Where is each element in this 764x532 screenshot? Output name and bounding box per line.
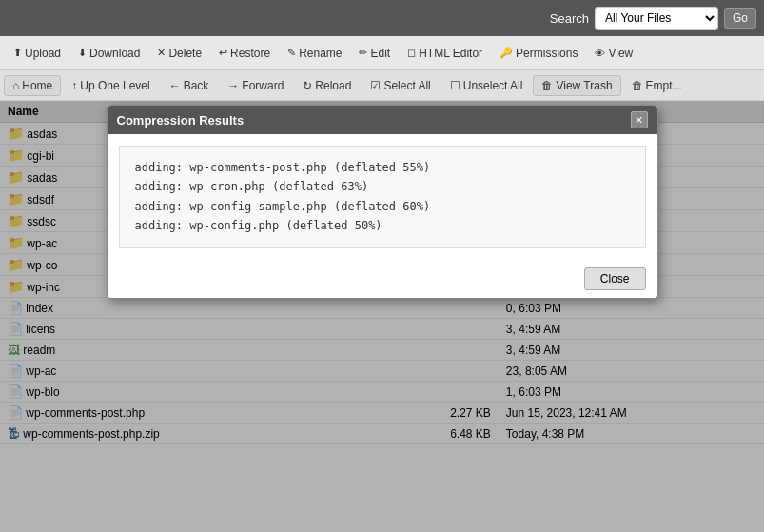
upload-icon: ⬆ <box>13 47 22 59</box>
permissions-button[interactable]: 🔑 Permissions <box>492 43 585 64</box>
trash-icon: 🗑 <box>541 79 553 92</box>
modal-body: adding: wp-comments-post.php (deflated 5… <box>108 134 657 260</box>
select-all-button[interactable]: ☑ Select All <box>362 75 439 96</box>
modal-line: adding: wp-comments-post.php (deflated 5… <box>135 158 630 177</box>
rename-icon: ✎ <box>287 47 296 59</box>
view-trash-button[interactable]: 🗑 View Trash <box>533 75 620 96</box>
empty-button[interactable]: 🗑 Empt... <box>623 75 691 96</box>
modal-line: adding: wp-cron.php (deflated 63%) <box>135 177 630 196</box>
home-button[interactable]: ⌂ Home <box>4 75 61 96</box>
download-icon: ⬇ <box>78 47 87 59</box>
modal-close-x-button[interactable]: ✕ <box>631 111 648 128</box>
view-button[interactable]: 👁 View <box>587 43 640 64</box>
search-label: Search <box>550 11 589 26</box>
modal-footer: Close <box>108 260 657 298</box>
restore-icon: ↩ <box>219 47 227 59</box>
modal-line: adding: wp-config-sample.php (deflated 6… <box>135 197 630 216</box>
edit-button[interactable]: ✏ Edit <box>351 43 398 64</box>
view-icon: 👁 <box>595 48 605 59</box>
back-icon: ← <box>169 79 181 92</box>
modal-overlay: Compression Results ✕ adding: wp-comment… <box>0 101 764 532</box>
reload-button[interactable]: ↻ Reload <box>294 75 360 96</box>
permissions-icon: 🔑 <box>500 47 513 59</box>
file-area: Name Size Last Modified 📁 asdas 3, 9:47 … <box>0 101 764 532</box>
nav-bar: ⌂ Home ↑ Up One Level ← Back → Forward ↻… <box>0 70 764 101</box>
modal-close-button[interactable]: Close <box>584 267 646 290</box>
toolbar: ⬆ Upload ⬇ Download ✕ Delete ↩ Restore ✎… <box>0 36 764 70</box>
delete-icon: ✕ <box>157 47 166 59</box>
html-editor-icon: ◻ <box>407 47 416 59</box>
search-go-button[interactable]: Go <box>724 8 756 29</box>
unselect-all-button[interactable]: ☐ Unselect All <box>441 75 532 96</box>
delete-button[interactable]: ✕ Delete <box>149 43 209 64</box>
modal-header: Compression Results ✕ <box>108 106 657 134</box>
rename-button[interactable]: ✎ Rename <box>280 43 349 64</box>
restore-button[interactable]: ↩ Restore <box>211 43 278 64</box>
search-bar: Search All Your FilesThis Directory Go <box>0 0 764 36</box>
upload-button[interactable]: ⬆ Upload <box>6 43 69 64</box>
download-button[interactable]: ⬇ Download <box>70 43 147 64</box>
html-editor-button[interactable]: ◻ HTML Editor <box>400 43 490 64</box>
empty-icon: 🗑 <box>632 79 643 92</box>
modal-line: adding: wp-config.php (deflated 50%) <box>135 216 630 235</box>
select-all-icon: ☑ <box>370 79 381 92</box>
forward-icon: → <box>227 79 239 92</box>
back-button[interactable]: ← Back <box>161 75 218 96</box>
unselect-all-icon: ☐ <box>450 79 460 92</box>
search-scope-select[interactable]: All Your FilesThis Directory <box>595 7 718 30</box>
modal-title: Compression Results <box>117 113 245 128</box>
home-icon: ⌂ <box>12 79 19 92</box>
forward-button[interactable]: → Forward <box>219 75 292 96</box>
reload-icon: ↻ <box>303 79 312 92</box>
up-one-level-button[interactable]: ↑ Up One Level <box>63 75 158 96</box>
compression-results-modal: Compression Results ✕ adding: wp-comment… <box>107 105 658 299</box>
modal-content-box: adding: wp-comments-post.php (deflated 5… <box>119 146 646 248</box>
edit-icon: ✏ <box>359 47 367 59</box>
up-icon: ↑ <box>71 79 77 92</box>
